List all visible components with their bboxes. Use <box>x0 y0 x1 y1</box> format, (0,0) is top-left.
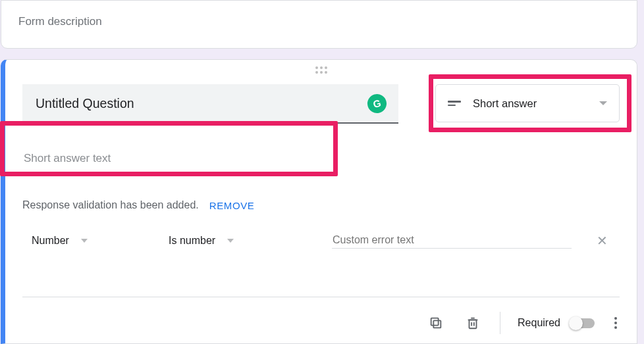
validation-type-label: Number <box>32 235 69 247</box>
grammarly-badge-icon[interactable]: G <box>365 91 389 115</box>
caret-down-icon <box>81 239 88 243</box>
svg-rect-0 <box>433 320 441 328</box>
required-toggle[interactable] <box>570 318 595 328</box>
caret-down-icon <box>599 101 607 105</box>
validation-notice-row: Response validation has been added. REMO… <box>22 199 620 211</box>
trash-icon <box>466 315 480 331</box>
svg-rect-1 <box>431 318 439 326</box>
answer-placeholder-text: Short answer text <box>24 152 111 165</box>
caret-down-icon <box>227 239 234 243</box>
validation-error-text-input[interactable] <box>332 232 572 249</box>
svg-rect-2 <box>470 320 477 328</box>
short-answer-preview: Short answer text <box>22 143 327 174</box>
duplicate-icon <box>429 316 443 330</box>
validation-added-text: Response validation has been added. <box>22 199 199 211</box>
footer-divider <box>22 297 620 297</box>
question-title-input[interactable] <box>34 95 360 112</box>
delete-button[interactable] <box>463 312 483 333</box>
validation-controls-row: Number Is number ✕ <box>32 232 610 249</box>
question-footer: Required <box>22 312 620 334</box>
drag-handle-icon[interactable] <box>315 66 327 74</box>
form-header-card: Form description <box>1 0 637 49</box>
vertical-separator <box>500 312 500 334</box>
duplicate-button[interactable] <box>426 313 446 333</box>
form-description-input[interactable]: Form description <box>18 15 620 28</box>
validation-type-dropdown[interactable]: Number <box>32 235 146 247</box>
short-answer-icon <box>448 101 461 106</box>
close-icon[interactable]: ✕ <box>594 233 610 249</box>
remove-validation-button[interactable]: REMOVE <box>209 200 255 211</box>
more-options-button[interactable] <box>612 317 620 329</box>
question-type-dropdown[interactable]: Short answer <box>435 84 620 122</box>
question-card: G Short answer Short answer text Respons… <box>1 59 637 344</box>
question-type-label: Short answer <box>473 97 587 110</box>
required-toggle-group: Required <box>518 317 595 329</box>
question-title-field[interactable]: G <box>22 84 398 124</box>
question-header-row: G Short answer <box>22 84 620 124</box>
validation-condition-label: Is number <box>169 235 215 247</box>
required-label: Required <box>518 317 560 329</box>
validation-condition-dropdown[interactable]: Is number <box>169 235 309 247</box>
